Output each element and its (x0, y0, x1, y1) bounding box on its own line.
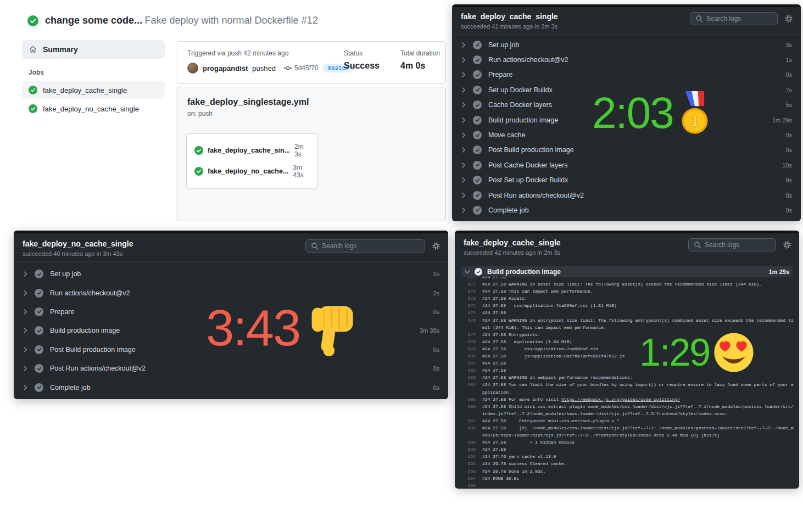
step-row[interactable]: Run actions/checkout@v2 2s (14, 283, 448, 302)
check-circle-icon (35, 364, 43, 373)
log-line-number: 694 (464, 475, 476, 482)
check-circle-icon (194, 167, 203, 176)
chevron-right-icon[interactable] (23, 328, 28, 333)
log-panel-cache-single: fake_deploy_cache_single succeeded 41 mi… (452, 4, 801, 221)
log-line-number: 683 (464, 374, 476, 381)
avatar[interactable] (187, 63, 198, 74)
step-label: Build production image (50, 327, 120, 334)
gear-icon[interactable] (432, 242, 440, 250)
chevron-right-icon[interactable] (461, 147, 466, 153)
chevron-right-icon[interactable] (23, 271, 28, 277)
job-node-duration: 3m 43s (293, 164, 310, 179)
log-line-text: #24 27.58 css/application-7ca690af.css (… (482, 302, 794, 309)
log-line-text: #24 27.58 (482, 309, 794, 316)
chevron-right-icon[interactable] (23, 347, 28, 352)
step-duration: 0s (785, 132, 792, 138)
sidebar-item-summary[interactable]: Summary (22, 40, 165, 59)
step-label: Run actions/checkout@v2 (488, 56, 568, 64)
step-row[interactable]: Post Build production image 0s (452, 143, 801, 158)
chevron-right-icon[interactable] (461, 163, 466, 168)
log-line-number: 687 (464, 417, 476, 424)
sidebar-job-item[interactable]: fake_deploy_no_cache_single (22, 99, 165, 118)
chevron-right-icon[interactable] (23, 366, 28, 371)
search-logs-input[interactable] (322, 242, 388, 250)
step-row[interactable]: Prepare 0s (14, 303, 448, 321)
commit-link[interactable]: 5d45f70 (283, 64, 318, 72)
step-row[interactable]: Set up job 2s (14, 265, 448, 283)
chevron-right-icon[interactable] (461, 132, 466, 138)
chevron-right-icon[interactable] (461, 57, 466, 63)
workflow-filename: fake_deploy_singlestage.yml (187, 97, 434, 107)
log-line: 694 #24 DONE 30.5s (464, 475, 794, 482)
job-title: fake_deploy_cache_single (461, 12, 558, 21)
log-line: 676 #24 27.58 WARNING in entrypoint size… (464, 317, 794, 331)
job-node-name: fake_deploy_cache_sin... (208, 147, 290, 154)
expanded-step-header[interactable]: Build production image 1m 29s (461, 266, 793, 277)
chevron-right-icon[interactable] (23, 309, 28, 315)
gear-icon[interactable] (784, 14, 793, 23)
log-line: 678 #24 27.58 application (1.64 MiB) (464, 338, 794, 345)
log-line-text: #24 27.58 WARNING in webpack performance… (482, 374, 794, 381)
chevron-right-icon[interactable] (461, 72, 466, 77)
log-line-text: #24 27.58 WARNING in entrypoint size lim… (482, 317, 794, 331)
job-name: fake_deploy_cache_single (43, 86, 127, 94)
search-logs-input[interactable] (706, 15, 772, 23)
step-label: Prepare (50, 308, 74, 316)
run-name: Fake deploy with normal Dockerfile #12 (145, 15, 318, 26)
step-row[interactable]: Complete job 0s (14, 378, 448, 396)
step-row[interactable]: Build production image 3m 38s (14, 321, 448, 340)
chevron-right-icon[interactable] (461, 87, 466, 93)
step-row[interactable]: Prepare 0s (452, 68, 801, 82)
workflow-job-node[interactable]: fake_deploy_no_cache... 3m 43s (194, 164, 310, 179)
log-line: 674 #24 27.58 css/application-7ca690af.c… (464, 302, 794, 309)
step-row[interactable]: Set up job 3s (452, 37, 801, 52)
log-link[interactable]: https://webpack.js.org/guides/code-split… (561, 397, 680, 402)
step-row[interactable]: Post Set up Docker Buildx 8s (452, 173, 801, 188)
search-logs-box[interactable] (688, 238, 776, 251)
actor-login[interactable]: progapandist (203, 64, 248, 72)
search-logs-box[interactable] (690, 12, 778, 25)
step-row[interactable]: Complete job 0s (452, 203, 801, 217)
check-circle-icon (473, 145, 482, 154)
chevron-right-icon[interactable] (461, 208, 466, 213)
step-duration: 5s (785, 102, 792, 108)
step-row[interactable]: Post Cache Docker layers 10s (452, 158, 801, 172)
chevron-right-icon[interactable] (23, 290, 28, 296)
step-row[interactable]: Set up Docker Buildx 7s (452, 82, 801, 97)
chevron-right-icon[interactable] (461, 117, 466, 123)
step-duration: 0s (433, 309, 439, 315)
step-row[interactable]: Cache Docker layers 5s (452, 98, 801, 113)
log-line-text: #24 27.58 Child mini-css-extract-plugin … (482, 403, 794, 417)
search-icon (311, 242, 319, 250)
log-line-text (482, 482, 794, 489)
commit-message: change some code... (45, 15, 142, 26)
log-panel-cache-single-expanded: fake_deploy_cache_single succeeded 42 mi… (455, 231, 799, 489)
chevron-right-icon[interactable] (461, 177, 466, 183)
step-row[interactable]: Post Run actions/checkout@v2 0s (452, 188, 801, 203)
check-circle-icon (35, 289, 43, 298)
search-logs-input[interactable] (705, 241, 771, 249)
log-line: 680 #24 27.58 js/application-0ac7b979efe… (464, 352, 794, 360)
chevron-right-icon[interactable] (461, 42, 466, 48)
log-line-number: 671 (464, 281, 476, 288)
search-logs-box[interactable] (305, 239, 425, 253)
log-line-number: 684 (464, 381, 476, 395)
chevron-right-icon[interactable] (461, 193, 466, 198)
log-line-text: #24 27.58 (482, 360, 794, 367)
workflow-job-node[interactable]: fake_deploy_cache_sin... 2m 3s (194, 143, 310, 158)
chevron-right-icon[interactable] (461, 102, 466, 108)
check-circle-icon (475, 268, 482, 276)
step-row[interactable]: Post Run actions/checkout@v2 0s (14, 359, 448, 378)
step-row[interactable]: Move cache 0s (452, 127, 801, 142)
run-success-icon (27, 15, 38, 26)
check-circle-icon (473, 116, 482, 125)
step-row[interactable]: Build production image 1m 29s (452, 113, 801, 127)
check-circle-icon (35, 326, 43, 335)
step-row[interactable]: Post Build production image 0s (14, 340, 448, 359)
step-row[interactable]: Run actions/checkout@v2 1s (452, 52, 801, 67)
gear-icon[interactable] (783, 240, 791, 249)
sidebar: Summary Jobs fake_deploy_cache_single fa… (22, 40, 165, 118)
sidebar-job-item[interactable]: fake_deploy_cache_single (22, 81, 165, 99)
chevron-right-icon[interactable] (23, 385, 28, 390)
log-output[interactable]: 670 #24 27.58 671 #24 27.58 WARNING in a… (455, 273, 799, 489)
